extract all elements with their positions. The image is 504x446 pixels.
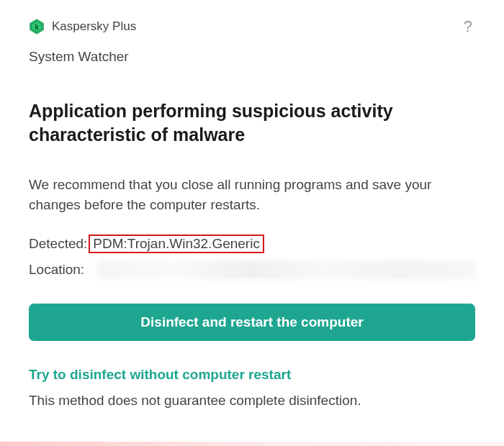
disinfect-no-restart-link[interactable]: Try to disinfect without computer restar… xyxy=(29,367,475,383)
alert-title: Application performing suspicious activi… xyxy=(29,99,475,146)
secondary-note: This method does not guarantee complete … xyxy=(29,393,475,409)
disinfect-restart-button[interactable]: Disinfect and restart the computer xyxy=(29,304,475,341)
location-redacted xyxy=(97,260,475,279)
kaspersky-logo-icon: k xyxy=(29,19,45,35)
detection-row: Detected: PDM:Trojan.Win32.Generic xyxy=(29,235,475,253)
detection-label: Detected: xyxy=(29,236,87,252)
help-icon[interactable]: ? xyxy=(461,17,475,36)
detection-value: PDM:Trojan.Win32.Generic xyxy=(89,235,264,253)
header-brand: k Kaspersky Plus xyxy=(29,19,136,35)
product-name: Kaspersky Plus xyxy=(52,19,136,34)
recommendation-text: We recommend that you close all running … xyxy=(29,175,475,214)
dialog-header: k Kaspersky Plus ? xyxy=(29,17,475,36)
footer-accent-bar xyxy=(0,442,504,446)
location-row: Location: xyxy=(29,260,475,279)
alert-dialog: k Kaspersky Plus ? System Watcher Applic… xyxy=(0,0,504,423)
location-label: Location: xyxy=(29,262,84,278)
svg-text:k: k xyxy=(35,23,39,31)
component-subtitle: System Watcher xyxy=(29,49,475,65)
